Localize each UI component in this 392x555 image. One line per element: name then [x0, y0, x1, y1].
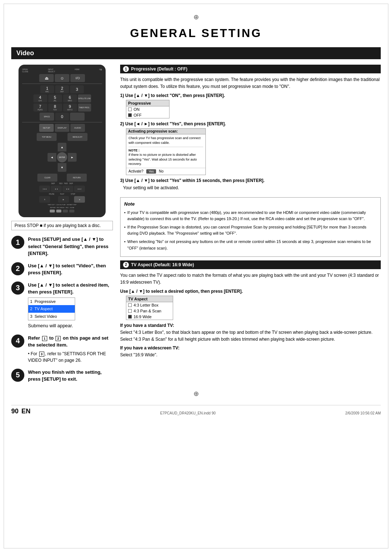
remote-audio-btn[interactable]: AUDIO: [70, 124, 85, 132]
remote-key-8[interactable]: 8TUV: [48, 104, 62, 112]
remote-enter-btn[interactable]: ENTER: [57, 152, 67, 162]
remote-empty-btn[interactable]: [70, 113, 85, 121]
remote-clear-btn[interactable]: CLEAR: [37, 174, 57, 182]
remote-power-btn[interactable]: I/O: [70, 74, 85, 82]
remote-up-btn[interactable]: ▲: [58, 143, 66, 151]
remote-top-menu-btn[interactable]: TOP MENU: [37, 133, 57, 141]
activate-question-label: Activate?: [128, 169, 143, 173]
remote-color-btn-4[interactable]: [69, 210, 74, 212]
activate-body: Check your TV has progressive scan and c…: [126, 134, 205, 168]
progressive-menu: Progressive ON OFF: [126, 100, 170, 118]
activate-header: Activating progressive scan:: [126, 129, 205, 134]
remote-key-9[interactable]: 9WXYZ: [63, 104, 77, 112]
step-3-note: Submenu will appear.: [28, 323, 73, 328]
step-3-text: Use [▲ / ▼] to select a desired item, th…: [28, 281, 113, 329]
step-1-block: 1 Press [SETUP] and use [▲ / ▼] to selec…: [11, 236, 113, 257]
submenu-item-progressive: 1 Progressive: [28, 298, 75, 305]
tv-aspect-item-panscan: 4:3 Pan & Scan: [126, 308, 173, 314]
note-title: Note: [124, 200, 377, 208]
remote-pause-btn[interactable]: ⏸: [39, 196, 50, 203]
remote-key-2[interactable]: 2DEF: [55, 85, 69, 93]
remote-row-1: ⏏ ⊙ I/O: [22, 74, 102, 82]
ref-1: 1: [42, 336, 47, 341]
remote-fwd-btn[interactable]: ►►: [62, 186, 73, 192]
tv-aspect-badge: 2: [123, 262, 129, 268]
page-title: GENERAL SETTING: [11, 27, 381, 40]
step-1-number: 1: [11, 236, 24, 249]
remote-rev-btn[interactable]: ◄◄: [51, 186, 62, 192]
remote-color-btn-2[interactable]: [56, 210, 61, 212]
tv-aspect-menu-header: TV Aspect: [126, 296, 173, 302]
activate-no-btn[interactable]: No: [159, 169, 164, 173]
remote-play-btn[interactable]: ▶: [58, 196, 69, 203]
tv-aspect-panscan-label: 4:3 Pan & Scan: [134, 309, 161, 313]
remote-key-6[interactable]: 6MNO: [63, 94, 77, 102]
progressive-menu-on: ON: [126, 106, 169, 112]
remote-color-btn-3[interactable]: [63, 210, 68, 212]
remote-key-7[interactable]: 7PQRS: [33, 104, 47, 112]
activate-footer: Activate? Yes No: [126, 168, 205, 175]
step-5-text: When you finish with the setting, press …: [28, 369, 113, 383]
page-number: 90: [11, 408, 19, 415]
remote-eject-btn[interactable]: ⏏: [39, 74, 54, 82]
remote-key-3[interactable]: 3: [70, 85, 84, 93]
note-bullet-2-text: If the Progressive Scan image is distort…: [127, 224, 377, 236]
ref-3: 3: [39, 352, 44, 357]
page: ⊕ GENERAL SETTING Video OPEN/CLOSE INPUT…: [4, 4, 388, 548]
remote-space-btn[interactable]: SPACE: [40, 113, 54, 121]
remote-bottom-labels: TIME SLIP1.3x•0.8x PLAYINSTANT SKIP: [22, 204, 102, 206]
note-bullet-dot-3: •: [124, 239, 126, 251]
step-1-text: Press [SETUP] and use [▲ / ▼] to select …: [28, 236, 113, 257]
remote-skip-fwd-btn[interactable]: ►►|: [74, 186, 85, 192]
progressive-menu-off: OFF: [126, 112, 169, 118]
step-5-block: 5 When you finish with the setting, pres…: [11, 369, 113, 383]
progressive-section: 1 Progressive (Default : OFF) This unit …: [120, 65, 381, 191]
tv-aspect-section: 2 TV Aspect (Default: 16:9 Wide) You can…: [120, 260, 381, 358]
en-label: EN: [21, 408, 30, 415]
remote-menu-list-btn[interactable]: MENU/LIST: [68, 133, 87, 141]
note-bullet-1: • If your TV is compatible with progress…: [124, 210, 377, 222]
main-layout: OPEN/CLOSE INPUTSELECT HDMI I/⏻ ⏏ ⊙ I/O …: [11, 65, 381, 388]
progressive-section-title: 1 Progressive (Default : OFF): [120, 65, 381, 73]
remote-down-btn[interactable]: ▼: [58, 163, 66, 172]
progressive-step2: 2) Use [◄ / ►] to select "Yes", then pre…: [120, 121, 381, 126]
note-bullet-2: • If the Progressive Scan image is disto…: [124, 224, 377, 236]
remote-satellite-link-btn[interactable]: SATELLITE LINK: [78, 94, 91, 102]
remote-key-4[interactable]: 4GHI: [33, 94, 47, 102]
remote-right-btn[interactable]: ►: [68, 153, 77, 162]
step-3-block: 3 Use [▲ / ▼] to select a desired item, …: [11, 281, 113, 329]
progressive-step3-note: Your setting will be activated.: [123, 185, 381, 191]
activate-body-text: Check your TV has progressive scan and c…: [128, 136, 200, 145]
remote-numrow-3: 7PQRS 8TUV 9WXYZ TIMER PROG.: [22, 104, 102, 112]
tv-aspect-body: You can select the TV aspect ratio to ma…: [120, 272, 381, 286]
remote-power-label: I/⏻: [99, 68, 102, 73]
remote-return-btn[interactable]: RETURN: [67, 174, 87, 182]
tv-aspect-menu: TV Aspect 4:3 Letter Box 4:3 Pan & Scan …: [126, 296, 173, 320]
remote-display-btn[interactable]: DISPLAY: [55, 124, 69, 132]
tv-aspect-item-wide: 16:9 Wide: [126, 314, 173, 320]
remote-key-1[interactable]: 1ABC: [40, 85, 54, 93]
remote-timer-prog-btn[interactable]: TIMER PROG.: [78, 104, 91, 112]
progressive-on-label: ON: [134, 107, 140, 112]
remote-key-0[interactable]: 0: [55, 113, 69, 121]
remote-left-btn[interactable]: ◄: [48, 153, 56, 162]
remote-key-5[interactable]: 5JKL: [48, 94, 62, 102]
remote-pause-play-labels: PAUSEPLAYSTOP: [22, 193, 102, 195]
tv-aspect-wide-checkbox: [128, 315, 132, 319]
remote-skip-back-btn[interactable]: |◄◄: [39, 186, 50, 192]
tv-aspect-title-label: TV Aspect (Default: 16:9 Wide): [131, 262, 194, 267]
progressive-off-label: OFF: [134, 113, 142, 117]
step-5-number: 5: [11, 369, 24, 382]
remote-input-btn[interactable]: ⊙: [55, 74, 69, 82]
step-2-number: 2: [11, 262, 24, 275]
activate-yes-btn[interactable]: Yes: [146, 169, 156, 174]
submenu-item-selectvideo: 3 Select Video: [28, 313, 75, 320]
remote-setup-btn[interactable]: SETUP: [39, 124, 54, 132]
note-bullet-dot-1: •: [124, 210, 126, 222]
remote-color-btn-1[interactable]: [50, 210, 55, 212]
left-column: OPEN/CLOSE INPUTSELECT HDMI I/⏻ ⏏ ⊙ I/O …: [11, 65, 113, 388]
remote-stop-btn[interactable]: ■: [74, 196, 85, 203]
progressive-on-checkbox: [128, 108, 132, 111]
note-bullet-dot-2: •: [124, 224, 126, 236]
tv-aspect-letterbox-label: 4:3 Letter Box: [134, 303, 159, 307]
